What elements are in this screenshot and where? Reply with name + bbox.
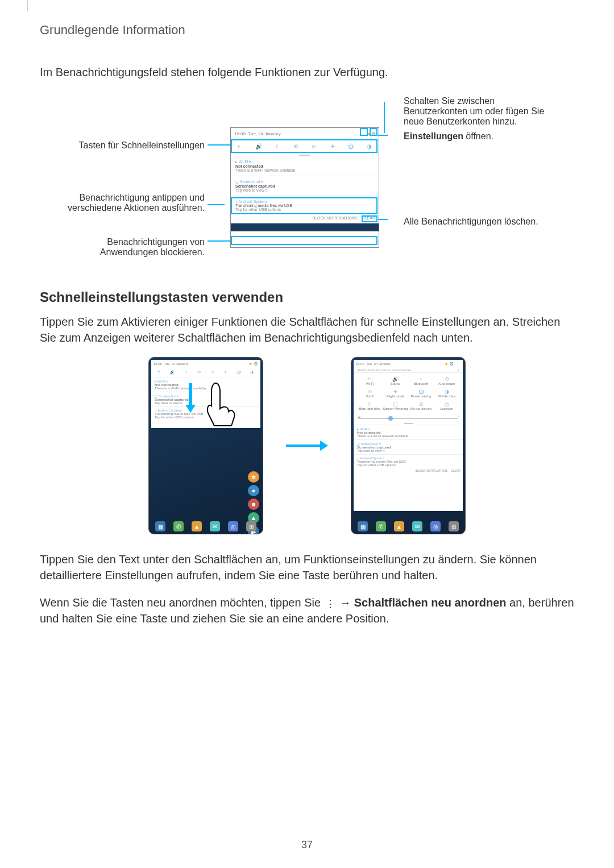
dnd-icon: ⊘: [408, 401, 434, 407]
more-icon: ⋮: [455, 361, 460, 367]
leader-line: [384, 102, 385, 133]
callout-switch-users: Schalten Sie zwischen Benutzerkonten um …: [404, 96, 557, 127]
dock-app-icon: ⊞: [246, 521, 256, 531]
device-mockup: 15:00 Tue, 24 January ● ⚙ ᯤ 🔊 ᚼ ⟲ ⎚ ✈ ⏻ …: [230, 127, 379, 248]
chevron-down-icon: ˅: [457, 415, 459, 420]
callout-clear-all: Alle Benachrichtigungen löschen.: [404, 217, 538, 227]
more-options-icon: ⋮: [324, 599, 337, 609]
paragraph-2: Tippen Sie den Text unter den Schaltfläc…: [40, 551, 574, 583]
bluelight-icon: ◑: [366, 143, 373, 150]
power-icon: ⏻: [408, 389, 434, 394]
dock-app-icon: ◎: [228, 521, 238, 531]
leader-line: [208, 204, 225, 205]
power-icon: ⏻: [233, 370, 245, 375]
wifi-icon: ᯤ: [237, 143, 243, 150]
bluelight-icon: ◑: [246, 370, 258, 375]
mock-block-link: BLOCK NOTIFICATIONS: [312, 216, 357, 220]
bluelight-icon: ☾: [357, 401, 383, 407]
airplane-icon: ✈: [219, 370, 231, 375]
user-icon: ●: [445, 361, 448, 367]
callout-tap-notification: Benachrichtigung antippen und verschiede…: [57, 193, 205, 213]
leader-line: [208, 144, 230, 146]
sound-icon: 🔊: [255, 143, 262, 150]
leader-line: [208, 240, 230, 242]
mock-clear-link: CLEAR: [362, 216, 375, 220]
leader-line: [378, 135, 388, 136]
rotate-icon: ⟲: [434, 376, 459, 382]
mock-notification-1: ▸ Wi-Fi ▾ Not connected There is a Wi-Fi…: [231, 156, 379, 176]
dock-app-icon: ▲: [192, 521, 202, 531]
swipe-down-illustration: 15:00 Tue, 24 January ● ⚙ ᯤ 🔊 ᚼ ⟲ ⎚ ✈ ⏻ …: [40, 357, 574, 534]
bluetooth-icon: ᚼ: [180, 370, 192, 375]
mock-time: 15:00: [234, 131, 246, 136]
page-number: 37: [0, 839, 614, 851]
mock-date: Tue, 24 January: [248, 131, 281, 136]
user-icon: ●: [367, 131, 370, 136]
leader-line: [378, 219, 388, 220]
airplane-icon: ✈: [383, 389, 408, 394]
paragraph-3: Wenn Sie die Tasten neu anordnen möchten…: [40, 595, 574, 626]
dock-app-icon: ✉: [210, 521, 220, 531]
arrow-right-icon: [286, 441, 328, 451]
section-header: Grundlegende Information: [40, 23, 574, 38]
brightness-slider: ☀ ˅: [358, 416, 458, 421]
user-icon: ●: [249, 361, 252, 367]
location-icon: ◎: [434, 401, 459, 407]
mobiledata-icon: ◑: [434, 389, 459, 394]
gear-icon: ⚙: [449, 361, 454, 367]
mock-quick-settings-row: ᯤ 🔊 ᚼ ⟲ ⎚ ✈ ⏻ ◑: [231, 139, 379, 154]
mock-notification-2: ◻ Screenshot ▾ Screenshot captured Tap h…: [231, 176, 379, 196]
chevron-down-icon: ▾: [458, 368, 459, 372]
notification-panel-diagram: Tasten für Schnelleinstellungen Benachri…: [40, 96, 574, 267]
paragraph-1: Tippen Sie zum Aktivieren einiger Funkti…: [40, 314, 574, 346]
float-app-icon: ★: [248, 471, 259, 483]
dock-app-icon: ▦: [155, 521, 165, 531]
dock-app-icon: ▲: [394, 521, 404, 531]
sound-icon: 🔊: [167, 370, 179, 375]
bluetooth-icon: ᚼ: [408, 376, 434, 382]
intro-text: Im Benachrichtigungsfeld stehen folgende…: [40, 66, 574, 79]
wifi-icon: ᯤ: [154, 370, 165, 375]
rotate-icon: ⟲: [292, 143, 299, 150]
gear-icon: ⚙: [254, 361, 258, 367]
bluetooth-icon: ᚼ: [273, 143, 280, 150]
airplane-icon: ✈: [329, 143, 336, 150]
dock-app-icon: ▦: [358, 521, 368, 531]
callout-open-settings: Einstellungen öffnen.: [404, 131, 493, 142]
dock-app-icon: ✆: [376, 521, 386, 531]
page-corner-decoration: [27, 0, 28, 11]
location-icon: ⎚: [310, 143, 317, 150]
power-icon: ⏻: [347, 143, 354, 150]
float-app-icon: ●: [248, 485, 259, 496]
rotate-icon: ⟲: [193, 370, 205, 375]
dock-app-icon: ◎: [430, 521, 441, 531]
float-app-icon: ■: [248, 499, 259, 510]
wifi-icon: ᯤ: [357, 376, 383, 382]
gear-icon: ⚙: [371, 131, 375, 136]
dock-app-icon: ✆: [173, 521, 184, 531]
callout-block-notifications: Benachrichtigungen von Anwendungen block…: [57, 237, 205, 258]
subheading-quick-settings: Schnelleinstellungstasten verwenden: [40, 289, 574, 305]
callout-quick-settings: Tasten für Schnelleinstellungen: [79, 140, 205, 151]
dock-app-icon: ⊞: [449, 521, 459, 531]
mock-notification-3: ⬨ Android System Transferring media file…: [231, 196, 379, 215]
torch-icon: ⎚: [357, 389, 383, 394]
search-placeholder: Search phone and scan for nearby devices: [357, 368, 411, 372]
location-icon: ⎚: [206, 370, 218, 375]
mirror-icon: ▢: [383, 401, 408, 407]
tablet-before: 15:00 Tue, 24 January ● ⚙ ᯤ 🔊 ᚼ ⟲ ⎚ ✈ ⏻ …: [148, 357, 263, 534]
dock-app-icon: ✉: [412, 521, 422, 531]
tablet-after: 15:00 Tue, 24 January ● ⚙ ⋮ Search phone…: [351, 357, 466, 534]
sound-icon: 🔊: [383, 376, 408, 382]
